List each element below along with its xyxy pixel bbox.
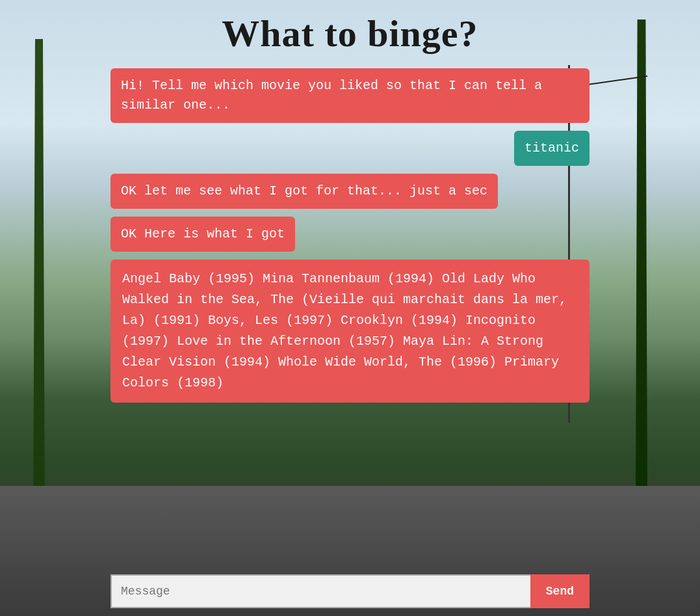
input-bar: Send [0,569,700,616]
user-message-1: titanic [514,131,590,166]
chat-area: Hi! Tell me which movie you liked so tha… [0,62,700,569]
recommendations-bubble: Angel Baby (1995) Mina Tannenbaum (1994)… [110,260,590,403]
send-button[interactable]: Send [530,574,590,608]
bot-message-3-text: OK Here is what I got [121,226,285,241]
page-title: What to binge? [0,0,700,62]
bot-message-3: OK Here is what I got [110,217,295,252]
bot-message-2-text: OK let me see what I got for that... jus… [121,183,487,198]
bot-message-1: Hi! Tell me which movie you liked so tha… [110,68,590,123]
message-input[interactable] [110,574,530,608]
user-message-1-text: titanic [525,141,579,155]
bot-message-2: OK let me see what I got for that... jus… [110,174,498,209]
recommendations-text: Angel Baby (1995) Mina Tannenbaum (1994)… [122,271,567,390]
bot-message-1-text: Hi! Tell me which movie you liked so tha… [121,78,542,113]
page-content: What to binge? Hi! Tell me which movie y… [0,0,700,616]
